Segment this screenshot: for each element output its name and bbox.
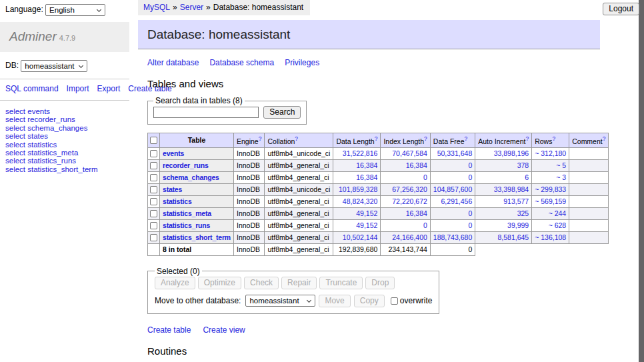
sidebar-select-schema-changes[interactable]: select schema_changes [5, 124, 124, 132]
auto-increment-link[interactable]: 913,577 [503, 197, 529, 205]
engine-cell: InnoDB [234, 195, 265, 207]
rows-link[interactable]: ~ 3 [556, 173, 566, 181]
auto-increment-link[interactable]: 33,898,196 [494, 149, 529, 157]
overwrite-checkbox[interactable] [391, 297, 398, 305]
index-length-link[interactable]: 72,220,672 [392, 197, 427, 205]
nav-database-schema[interactable]: Database schema [209, 58, 274, 67]
table-link-statistics-runs[interactable]: statistics_runs [163, 221, 210, 229]
help-link[interactable]: ? [259, 135, 262, 142]
sidebar-select-statistics[interactable]: select statistics [5, 141, 124, 149]
auto-increment-link[interactable]: 33,398,984 [494, 185, 529, 193]
row-checkbox[interactable] [150, 186, 157, 193]
sidebar-select-statistics-runs[interactable]: select statistics_runs [5, 157, 124, 165]
index-length-link[interactable]: 0 [423, 173, 427, 181]
auto-increment-link[interactable]: 39,999 [507, 221, 529, 229]
table-link-states[interactable]: states [163, 185, 182, 193]
selected-fieldset: Selected (0) AnalyzeOptimizeCheckRepairT… [147, 267, 439, 314]
index-length-link[interactable]: 67,256,320 [392, 185, 427, 193]
vertical-scrollbar[interactable] [639, 0, 644, 362]
table-link-schema-changes[interactable]: schema_changes [163, 173, 219, 181]
search-button[interactable]: Search [263, 106, 301, 119]
create-view-link[interactable]: Create view [203, 325, 245, 335]
sidebar-action-sql-command[interactable]: SQL command [5, 84, 59, 93]
auto-increment-link[interactable]: 325 [517, 209, 529, 217]
rows-link[interactable]: ~ 628 [549, 221, 567, 229]
data-length-link[interactable]: 10,502,144 [343, 233, 378, 241]
create-table-link[interactable]: Create table [147, 325, 191, 335]
sidebar-select-recorder-runs[interactable]: select recorder_runs [5, 115, 124, 123]
row-checkbox[interactable] [150, 234, 157, 241]
sidebar-action-import[interactable]: Import [67, 84, 89, 93]
auto-increment-cell: 913,577 [475, 195, 532, 207]
index-length-link[interactable]: 0 [423, 221, 427, 229]
nav-privileges[interactable]: Privileges [285, 58, 319, 67]
rows-link[interactable]: ~ 5 [556, 161, 566, 169]
sidebar-select-statistics-short-term[interactable]: select statistics_short_term [5, 165, 124, 173]
data-length-link[interactable]: 31,522,816 [343, 149, 378, 157]
data-free-link[interactable]: 0 [468, 221, 472, 229]
comment-cell [569, 207, 609, 219]
help-link[interactable]: ? [465, 135, 468, 142]
column-header-data-free: Data Free? [430, 133, 475, 148]
data-length-link[interactable]: 49,152 [356, 221, 377, 229]
sidebar-select-events[interactable]: select events [5, 107, 124, 115]
data-free-link[interactable]: 0 [468, 173, 472, 181]
routines-heading: Routines [147, 345, 639, 357]
table-link-statistics-short-term[interactable]: statistics_short_term [163, 233, 231, 241]
index-length-link[interactable]: 16,384 [406, 161, 427, 169]
row-checkbox[interactable] [150, 162, 157, 169]
data-length-link[interactable]: 48,824,320 [343, 197, 378, 205]
move-database-select[interactable]: homeassistant [245, 295, 315, 307]
auto-increment-link[interactable]: 378 [517, 161, 529, 169]
data-length-cell: 10,502,144 [333, 231, 381, 243]
data-length-link[interactable]: 16,384 [356, 173, 377, 181]
auto-increment-link[interactable]: 6 [525, 173, 529, 181]
row-checkbox[interactable] [150, 222, 157, 229]
help-link[interactable]: ? [375, 135, 378, 142]
help-link[interactable]: ? [603, 135, 606, 142]
index-length-link[interactable]: 24,166,400 [392, 233, 427, 241]
row-checkbox[interactable] [150, 174, 157, 181]
nav-alter-database[interactable]: Alter database [147, 58, 199, 67]
table-link-events[interactable]: events [163, 149, 184, 157]
row-checkbox[interactable] [150, 210, 157, 217]
search-input[interactable] [153, 107, 259, 118]
sidebar-select-statistics-meta[interactable]: select statistics_meta [5, 149, 124, 157]
row-checkbox[interactable] [150, 150, 157, 157]
help-link[interactable]: ? [295, 135, 298, 142]
rows-link[interactable]: ~ 136,108 [535, 233, 566, 241]
auto-increment-link[interactable]: 8,581,645 [497, 233, 529, 241]
data-free-link[interactable]: 188,743,680 [433, 233, 472, 241]
data-length-link[interactable]: 101,859,328 [339, 185, 377, 193]
logout-button[interactable]: Logout [603, 3, 639, 15]
table-link-statistics-meta[interactable]: statistics_meta [163, 209, 211, 217]
breadcrumb-server[interactable]: Server [180, 3, 203, 12]
help-link[interactable]: ? [525, 135, 529, 142]
rows-link[interactable]: ~ 569,159 [535, 197, 566, 205]
table-link-statistics[interactable]: statistics [163, 197, 192, 205]
table-link-recorder-runs[interactable]: recorder_runs [163, 161, 209, 169]
index-length-link[interactable]: 16,384 [406, 209, 427, 217]
rows-link[interactable]: ~ 244 [549, 209, 567, 217]
total-data-length: 192,839,680 [333, 243, 381, 255]
data-free-link[interactable]: 104,857,600 [433, 185, 472, 193]
data-free-link[interactable]: 0 [468, 209, 472, 217]
rows-link[interactable]: ~ 299,833 [535, 185, 566, 193]
row-checkbox[interactable] [150, 198, 157, 205]
data-free-link[interactable]: 0 [468, 161, 472, 169]
sidebar-select-states[interactable]: select states [5, 132, 124, 140]
help-link[interactable]: ? [424, 135, 427, 142]
data-length-link[interactable]: 16,384 [356, 161, 377, 169]
data-free-link[interactable]: 50,331,648 [437, 149, 473, 157]
data-length-link[interactable]: 49,152 [356, 209, 377, 217]
content: Alter databaseDatabase schemaPrivileges … [138, 58, 639, 362]
db-select[interactable]: homeassistant [21, 60, 87, 72]
select-all-checkbox[interactable] [150, 137, 157, 144]
sidebar-action-export[interactable]: Export [97, 84, 121, 93]
index-length-link[interactable]: 70,467,584 [392, 149, 427, 157]
language-select[interactable]: English [45, 4, 105, 16]
rows-link[interactable]: ~ 312,180 [535, 149, 566, 157]
data-free-link[interactable]: 6,291,456 [441, 197, 473, 205]
help-link[interactable]: ? [552, 135, 555, 142]
breadcrumb-mysql[interactable]: MySQL [143, 3, 170, 12]
